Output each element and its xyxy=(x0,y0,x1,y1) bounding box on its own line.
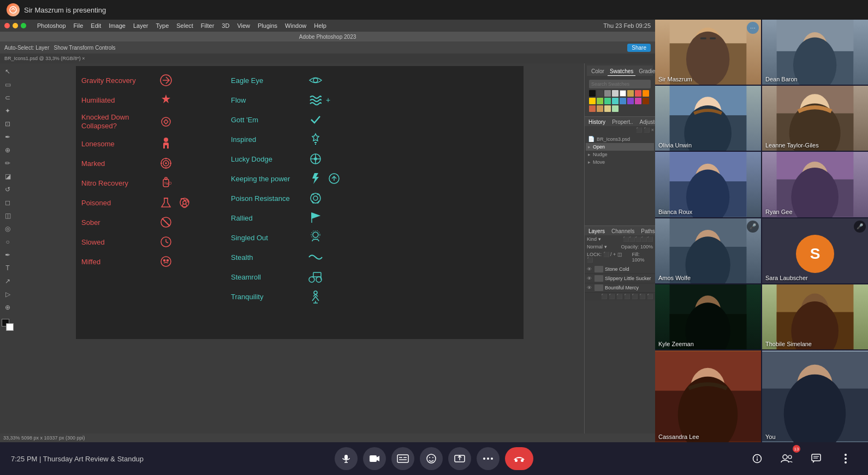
layer-item-0[interactable]: 👁 Stone Cold xyxy=(585,265,655,274)
layer-item-2[interactable]: 👁 Bountiful Mercy xyxy=(585,283,655,293)
layer-btn-fx[interactable]: ⬛ xyxy=(609,294,615,299)
end-call-button[interactable] xyxy=(505,447,533,470)
swatch-brown[interactable] xyxy=(643,98,649,104)
history-control2[interactable]: ⬛ xyxy=(644,127,650,133)
tool-heal[interactable]: ⊕ xyxy=(2,144,14,156)
swatch-dark[interactable] xyxy=(597,90,603,97)
tab-history[interactable]: History xyxy=(587,118,607,126)
mac-maximize-button[interactable] xyxy=(21,23,26,28)
layer-vis-1[interactable]: 👁 xyxy=(587,276,592,281)
tab-adjustments[interactable]: Adjuste.. xyxy=(638,118,655,126)
mac-close-button[interactable] xyxy=(4,23,10,28)
layer-vis-0[interactable]: 👁 xyxy=(587,266,592,272)
tool-magic-wand[interactable]: ✦ xyxy=(2,105,14,117)
menu-help[interactable]: Help xyxy=(314,22,326,29)
menu-plugins[interactable]: Plugins xyxy=(258,22,277,29)
swatch-orange[interactable] xyxy=(643,90,649,97)
tool-pen[interactable]: ✒ xyxy=(2,249,14,261)
tool-blur[interactable]: ◎ xyxy=(2,223,14,235)
layer-vis-2[interactable]: 👁 xyxy=(587,285,592,290)
reactions-button[interactable] xyxy=(420,447,443,470)
captions-button[interactable] xyxy=(391,447,414,470)
swatch-terracotta[interactable] xyxy=(589,105,596,112)
history-control1[interactable]: ⬛ xyxy=(636,127,642,133)
chat-button[interactable] xyxy=(805,447,828,470)
swatch-light[interactable] xyxy=(612,90,619,97)
tab-color[interactable]: Color xyxy=(589,67,607,76)
participant-more-btn[interactable]: ⋯ xyxy=(747,22,759,34)
history-item-2[interactable]: ▸ Nudge xyxy=(586,151,654,158)
tab-layers[interactable]: Layers xyxy=(587,227,607,235)
swatch-blue[interactable] xyxy=(620,98,626,104)
tool-select-rect[interactable]: ▭ xyxy=(2,79,14,91)
mic-button[interactable] xyxy=(335,447,358,470)
layers-kind-select[interactable]: ▾ xyxy=(598,236,621,242)
more-options-button[interactable] xyxy=(477,447,500,470)
tab-paths[interactable]: Paths xyxy=(639,227,655,235)
layer-item-1[interactable]: 👁 Slippery Little Sucker xyxy=(585,274,655,283)
swatch-tan[interactable] xyxy=(597,105,603,112)
tool-path-select[interactable]: ↗ xyxy=(2,275,14,287)
history-item-1[interactable]: ▸ Open xyxy=(586,143,654,151)
swatch-gold[interactable] xyxy=(627,90,634,97)
menu-view[interactable]: View xyxy=(237,22,250,29)
menu-type[interactable]: Type xyxy=(156,22,169,29)
menu-photoshop[interactable]: Photoshop xyxy=(37,22,66,29)
tool-type[interactable]: T xyxy=(2,262,14,274)
tool-clone[interactable]: ◪ xyxy=(2,170,14,182)
ps-canvas-scroll[interactable]: Gravity Recovery xyxy=(15,63,584,434)
layers-mode-select[interactable]: ▾ xyxy=(604,244,619,250)
layer-btn-group[interactable]: ⬛ xyxy=(632,294,638,299)
tool-crop[interactable]: ⊡ xyxy=(2,118,14,130)
tool-zoom[interactable]: ⊕ xyxy=(2,301,14,313)
history-item-0[interactable]: 📄 BR_Icons3.psd xyxy=(586,135,654,143)
layer-btn-new[interactable]: ⬛ xyxy=(639,294,645,299)
foreground-background[interactable] xyxy=(2,319,14,331)
swatch-gray[interactable] xyxy=(604,90,611,97)
swatch-red[interactable] xyxy=(635,90,641,97)
mac-window-controls[interactable] xyxy=(4,23,26,28)
tool-dodge[interactable]: ○ xyxy=(2,236,14,248)
swatch-yellow[interactable] xyxy=(589,98,596,104)
tool-eraser[interactable]: ◻ xyxy=(2,197,14,209)
share-button[interactable]: Share xyxy=(627,44,651,52)
layer-btn-adj[interactable]: ⬛ xyxy=(624,294,630,299)
tool-move[interactable]: ↖ xyxy=(2,66,14,78)
swatch-magenta[interactable] xyxy=(635,98,641,104)
tab-properties[interactable]: Propert.. xyxy=(610,118,634,126)
menu-file[interactable]: File xyxy=(74,22,84,29)
layer-btn-delete[interactable]: ⬛ xyxy=(647,294,653,299)
tool-history-brush[interactable]: ↺ xyxy=(2,183,14,195)
menu-3d[interactable]: 3D xyxy=(222,22,229,29)
tool-eyedropper[interactable]: ✒ xyxy=(2,131,14,143)
tab-gradients[interactable]: Gradie.. xyxy=(637,67,655,76)
menu-image[interactable]: Image xyxy=(109,22,126,29)
camera-button[interactable] xyxy=(363,447,386,470)
layer-btn-mask[interactable]: ⬛ xyxy=(616,294,622,299)
swatch-white[interactable] xyxy=(620,90,626,97)
info-button[interactable] xyxy=(746,447,769,470)
swatch-purple[interactable] xyxy=(627,98,634,104)
more-button-right[interactable] xyxy=(834,447,857,470)
menu-layer[interactable]: Layer xyxy=(133,22,148,29)
swatch-sage[interactable] xyxy=(612,105,619,112)
history-item-3[interactable]: ▸ Move xyxy=(586,158,654,166)
tool-lasso[interactable]: ⊂ xyxy=(2,92,14,104)
swatch-cyan[interactable] xyxy=(612,98,619,104)
tool-gradient[interactable]: ◫ xyxy=(2,210,14,222)
menu-filter[interactable]: Filter xyxy=(201,22,214,29)
swatch-teal[interactable] xyxy=(604,98,611,104)
menu-window[interactable]: Window xyxy=(285,22,306,29)
mac-minimize-button[interactable] xyxy=(13,23,18,28)
menu-select[interactable]: Select xyxy=(176,22,193,29)
menu-edit[interactable]: Edit xyxy=(91,22,101,29)
swatch-lime[interactable] xyxy=(597,98,603,104)
tool-brush[interactable]: ✏ xyxy=(2,157,14,169)
tool-shape[interactable]: ▷ xyxy=(2,288,14,300)
ps-tab[interactable]: BR_Icons1.psd @ 33,3% (RGB/8*) × xyxy=(4,56,85,61)
swatches-search[interactable] xyxy=(589,80,651,88)
share-screen-button[interactable] xyxy=(448,447,471,470)
tab-swatches[interactable]: Swatches xyxy=(608,67,635,76)
swatch-straw[interactable] xyxy=(604,105,611,112)
layer-btn-link[interactable]: ⬛ xyxy=(601,294,607,299)
